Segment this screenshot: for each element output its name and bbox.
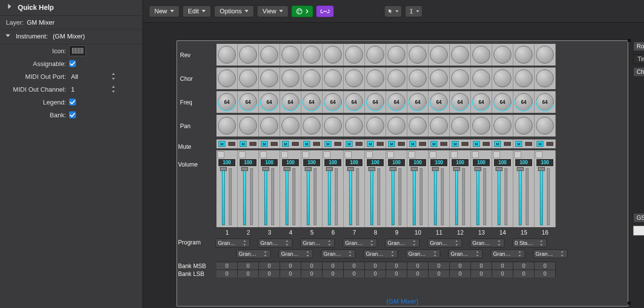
bank-msb-cell[interactable]: 0: [471, 262, 492, 270]
mute-button[interactable]: M: [537, 141, 543, 147]
volume-fader[interactable]: [434, 168, 437, 225]
volume-value[interactable]: 100: [409, 159, 426, 166]
volume-fader[interactable]: [455, 168, 458, 225]
freq-knob[interactable]: 64: [535, 91, 556, 113]
chor-knob[interactable]: [513, 68, 535, 89]
bank-lsb-cell[interactable]: 0: [429, 270, 450, 277]
chor-knob[interactable]: [322, 68, 344, 89]
program-select[interactable]: Gran…: [236, 249, 271, 258]
volume-fader[interactable]: [498, 168, 501, 225]
chorus-preset-select[interactable]: Chorus 1: [633, 67, 644, 77]
freq-knob[interactable]: 64: [322, 91, 344, 113]
freq-knob[interactable]: 64: [513, 91, 535, 113]
fader-thumb[interactable]: [284, 167, 290, 171]
volume-fader[interactable]: [349, 168, 352, 225]
chor-knob[interactable]: [407, 68, 429, 89]
bank-lsb-cell[interactable]: 0: [259, 270, 280, 277]
chor-knob[interactable]: [301, 68, 322, 89]
bank-msb-cell[interactable]: 0: [513, 262, 535, 270]
pan-knob[interactable]: [259, 115, 280, 137]
volume-fader[interactable]: [243, 168, 246, 225]
instrument-header[interactable]: Instrument: (GM Mixer): [0, 30, 143, 44]
program-select[interactable]: Gran…: [258, 239, 292, 247]
volume-fader[interactable]: [540, 168, 543, 225]
volume-fader[interactable]: [476, 168, 479, 225]
bank-msb-cell[interactable]: 0: [429, 262, 450, 270]
midi-out-channel-select[interactable]: 1: [69, 85, 118, 94]
chor-knob[interactable]: [344, 68, 365, 89]
pan-knob[interactable]: [429, 115, 450, 137]
pan-knob[interactable]: [344, 115, 365, 137]
chor-knob[interactable]: [216, 68, 238, 89]
new-menu[interactable]: New: [149, 5, 179, 17]
options-menu[interactable]: Options: [214, 5, 254, 17]
pointer-tool[interactable]: [384, 5, 402, 17]
freq-knob[interactable]: 64: [259, 91, 280, 113]
freq-knob[interactable]: 64: [492, 91, 513, 113]
pan-knob[interactable]: [407, 115, 429, 137]
reset-button[interactable]: Reset: [633, 226, 644, 236]
mute-button[interactable]: M: [473, 141, 480, 147]
bank-checkbox[interactable]: [69, 111, 76, 118]
pan-knob[interactable]: [450, 115, 471, 137]
pan-knob[interactable]: [386, 115, 407, 137]
chor-knob[interactable]: [280, 68, 301, 89]
mute-button[interactable]: M: [240, 141, 247, 147]
bank-msb-cell[interactable]: 0: [407, 262, 429, 270]
text-tool[interactable]: [405, 5, 423, 17]
mute-button[interactable]: M: [303, 141, 310, 147]
program-select[interactable]: Gran…: [363, 249, 398, 258]
fader-thumb[interactable]: [390, 167, 396, 171]
bank-lsb-cell[interactable]: 0: [386, 270, 407, 277]
chor-knob[interactable]: [535, 68, 556, 89]
bank-msb-cell[interactable]: 0: [216, 262, 238, 270]
link-button[interactable]: [316, 5, 334, 17]
bank-lsb-cell[interactable]: 0: [301, 270, 322, 277]
mute-button[interactable]: M: [430, 141, 437, 147]
volume-fader[interactable]: [519, 168, 522, 225]
mute-button[interactable]: M: [324, 141, 331, 147]
bank-lsb-cell[interactable]: 0: [344, 270, 365, 277]
chor-knob[interactable]: [429, 68, 450, 89]
pan-knob[interactable]: [365, 115, 386, 137]
mute-button[interactable]: M: [515, 141, 522, 147]
freq-knob[interactable]: 64: [471, 91, 492, 113]
assignable-checkbox[interactable]: [69, 60, 76, 67]
freq-knob[interactable]: 64: [365, 91, 386, 113]
bank-lsb-cell[interactable]: 0: [450, 270, 471, 277]
rev-knob[interactable]: [471, 44, 492, 66]
midi-out-port-select[interactable]: All: [69, 72, 118, 81]
quick-help-header[interactable]: Quick Help: [0, 0, 143, 16]
bank-msb-cell[interactable]: 0: [535, 262, 556, 270]
pan-knob[interactable]: [216, 115, 238, 137]
fader-thumb[interactable]: [496, 167, 502, 171]
bank-msb-cell[interactable]: 0: [322, 262, 344, 270]
rev-knob[interactable]: [450, 44, 471, 66]
mute-button[interactable]: M: [218, 141, 225, 147]
volume-value[interactable]: 100: [537, 159, 553, 166]
rev-knob[interactable]: [344, 44, 365, 66]
volume-value[interactable]: 100: [324, 159, 341, 166]
program-select[interactable]: Gran…: [448, 249, 483, 258]
fader-thumb[interactable]: [411, 167, 418, 171]
rev-knob[interactable]: [322, 44, 344, 66]
volume-value[interactable]: 100: [452, 159, 468, 166]
volume-fader[interactable]: [413, 168, 416, 225]
fader-thumb[interactable]: [517, 167, 524, 171]
program-select[interactable]: Gran…: [406, 249, 440, 258]
mute-button[interactable]: M: [494, 141, 501, 147]
edit-menu[interactable]: Edit: [182, 5, 211, 17]
freq-knob[interactable]: 64: [238, 91, 259, 113]
volume-value[interactable]: 100: [240, 159, 256, 166]
colors-button[interactable]: [291, 5, 313, 17]
program-select[interactable]: Gran…: [428, 239, 462, 247]
view-menu[interactable]: View: [257, 5, 288, 17]
bank-lsb-cell[interactable]: 0: [365, 270, 386, 277]
mute-button[interactable]: M: [367, 141, 374, 147]
freq-knob[interactable]: 64: [429, 91, 450, 113]
chor-knob[interactable]: [365, 68, 386, 89]
rev-knob[interactable]: [407, 44, 429, 66]
volume-value[interactable]: 100: [303, 159, 320, 166]
chor-knob[interactable]: [259, 68, 280, 89]
rev-knob[interactable]: [492, 44, 513, 66]
